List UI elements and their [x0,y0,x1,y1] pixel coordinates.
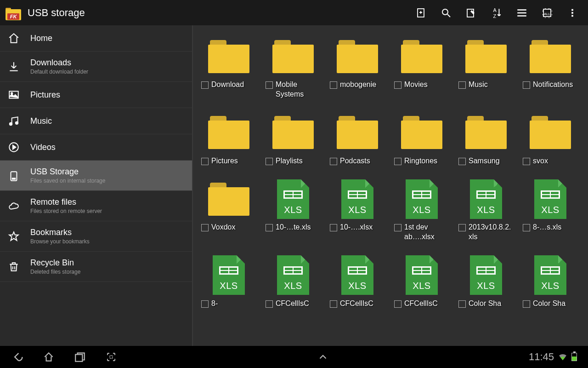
file-item[interactable]: svox [518,111,582,166]
file-grid: DownloadMobile SystemsmobogenieMoviesMus… [193,25,588,346]
sidebar-item-music[interactable]: Music [0,108,192,134]
file-item[interactable]: XLS10-….xlsx [325,177,390,242]
sidebar-item-bookmarks[interactable]: BookmarksBrowse your bookmarks [0,221,192,252]
file-checkbox[interactable] [201,224,209,231]
file-checkbox[interactable] [266,81,273,89]
new-file-icon[interactable] [414,6,427,19]
svg-text:A: A [493,7,497,12]
sidebar-item-usb-storage[interactable]: USB StorageFiles saved on internal stora… [0,161,192,191]
xls-file-icon: XLS [213,255,245,295]
file-item[interactable]: XLS1st dev ab….xlsx [390,177,454,242]
sidebar-item-label: Remote files [30,197,102,207]
pictures-icon [7,88,20,101]
file-checkbox[interactable] [458,224,466,231]
home-nav-icon[interactable] [42,351,55,363]
xls-file-icon: XLS [277,255,309,295]
svg-rect-11 [571,9,573,11]
sort-icon[interactable]: AZ [490,6,503,19]
file-checkbox[interactable] [523,158,530,165]
file-item[interactable]: Notifications [518,34,582,99]
file-checkbox[interactable] [330,300,337,308]
file-item[interactable]: Pictures [197,111,261,166]
file-checkbox[interactable] [394,158,401,165]
file-checkbox[interactable] [201,300,209,308]
file-item[interactable]: XLS8-…s.xls [518,177,582,242]
sidebar-item-videos[interactable]: Videos [0,134,192,161]
folder-icon [401,40,442,73]
star-icon [7,230,20,243]
file-item[interactable]: XLS8- [197,253,261,309]
app-logo: FK [5,4,22,22]
overflow-icon[interactable] [566,6,579,19]
file-checkbox[interactable] [201,81,209,89]
sidebar-item-home[interactable]: Home [0,25,192,52]
svg-rect-12 [571,12,573,14]
page-title: USB storage [28,7,414,19]
back-icon[interactable] [11,351,24,363]
file-checkbox[interactable] [330,81,337,89]
file-checkbox[interactable] [266,224,273,231]
sidebar-item-remote-files[interactable]: Remote filesFiles stored on remote serve… [0,191,192,221]
screenshot-icon[interactable] [105,351,118,363]
file-checkbox[interactable] [201,158,209,165]
file-item[interactable]: Download [197,34,261,99]
menu-icon[interactable] [515,6,528,19]
sidebar-item-pictures[interactable]: Pictures [0,82,192,108]
system-navbar: 11:45 [0,346,588,368]
svg-text:ALL: ALL [544,12,551,16]
file-checkbox[interactable] [330,224,337,231]
file-checkbox[interactable] [523,224,530,231]
file-name: 8- [211,299,218,309]
file-item[interactable]: Playlists [261,111,325,166]
file-item[interactable]: Samsung [454,111,518,166]
file-name: Color Sha [533,299,565,309]
file-checkbox[interactable] [458,158,466,165]
file-item[interactable]: XLSColor Sha [518,253,582,309]
file-checkbox[interactable] [523,300,530,308]
sidebar-item-downloads[interactable]: DownloadsDefault download folder [0,52,192,82]
svg-text:Z: Z [493,13,496,18]
edit-icon[interactable] [465,6,478,19]
file-name: Music [469,80,488,90]
file-item[interactable]: Mobile Systems [261,34,325,99]
file-item[interactable]: Movies [390,34,454,99]
file-item[interactable]: XLS10-…te.xls [261,177,325,242]
file-checkbox[interactable] [394,224,401,231]
xls-file-icon: XLS [406,255,438,295]
file-checkbox[interactable] [394,300,401,308]
search-icon[interactable] [440,6,452,19]
xls-file-icon: XLS [534,255,566,295]
file-item[interactable]: mobogenie [325,34,390,99]
file-item[interactable]: Ringtones [390,111,454,166]
svg-rect-20 [12,178,16,179]
file-item[interactable]: XLSCFCellIsC [390,253,454,309]
file-item[interactable]: XLSCFCellIsC [261,253,325,309]
file-checkbox[interactable] [394,81,401,89]
select-all-icon[interactable]: ALL [541,6,554,19]
file-checkbox[interactable] [266,300,273,308]
file-item[interactable]: XLSCFCellIsC [325,253,390,309]
file-item[interactable]: XLS2013v10.8.2.xls [454,177,518,242]
sidebar-item-label: Recycle Bin [30,258,80,268]
svg-rect-13 [571,15,573,17]
file-item[interactable]: Podcasts [325,111,390,166]
file-checkbox[interactable] [330,158,337,165]
file-item[interactable]: Voxdox [197,177,261,242]
sidebar-item-recycle-bin[interactable]: Recycle BinDeleted files storage [0,252,192,282]
file-checkbox[interactable] [523,81,530,89]
folder-icon [465,40,507,73]
file-name: svox [533,156,548,166]
sidebar-item-subtitle: Files stored on remote server [30,208,102,214]
file-name: Movies [404,80,428,90]
file-item[interactable]: XLSColor Sha [454,253,518,309]
sidebar-item-label: Bookmarks [30,228,90,237]
file-name: CFCellIsC [276,299,309,309]
folder-icon [465,116,507,149]
xls-file-icon: XLS [470,255,502,295]
file-checkbox[interactable] [458,81,466,89]
file-item[interactable]: Music [454,34,518,99]
expand-up-icon[interactable] [317,351,329,363]
recent-apps-icon[interactable] [74,351,86,363]
file-checkbox[interactable] [266,158,273,165]
file-checkbox[interactable] [458,300,466,308]
